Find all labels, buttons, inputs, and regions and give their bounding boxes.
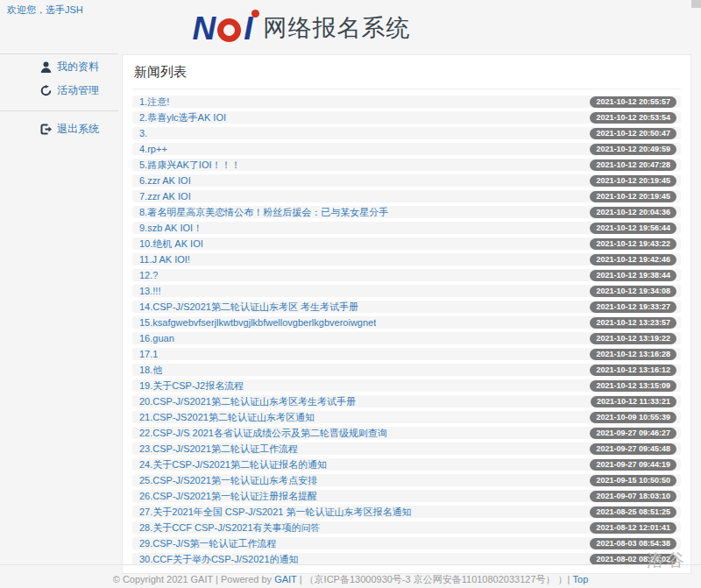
logo-letter-n: N (192, 12, 215, 45)
sidebar: 我的资料 活动管理 退出系统 (0, 53, 118, 140)
news-link[interactable]: 2.恭喜ylc选手AK IOI (139, 111, 226, 124)
sidebar-item-profile[interactable]: 我的资料 (0, 54, 118, 78)
news-list-item: 1.注意! 2021-10-12 20:55:57 (132, 96, 681, 108)
news-timestamp-badge: 2021-09-27 09:45:48 (590, 443, 676, 455)
news-link[interactable]: 24.关于CSP-J/S2021第二轮认证报名的通知 (139, 458, 327, 471)
news-list-item: 21.CSP-JS2021第二轮认证山东考区通知 2021-10-09 10:5… (132, 411, 681, 423)
footer-copyright-text: © Copyright 2021 GAIT | Powered by (113, 574, 274, 584)
news-list-item: 5.路康兴AK了IOI！！！ 2021-10-12 20:47:28 (132, 159, 681, 171)
news-list-item: 28.关于CCF CSP-J/S2021有关事项的问答 2021-08-12 1… (132, 521, 681, 534)
news-link[interactable]: 4.rp++ (139, 144, 167, 154)
news-link[interactable]: 13.!!! (139, 286, 160, 296)
news-link[interactable]: 10.绝机 AK IOI (139, 237, 203, 251)
news-link[interactable]: 5.路康兴AK了IOI！！！ (139, 159, 241, 172)
news-list-item: 3. 2021-10-12 20:50:47 (132, 127, 681, 139)
news-timestamp-badge: 2021-08-25 08:51:25 (590, 507, 676, 518)
news-timestamp-badge: 2021-10-12 19:33:27 (590, 301, 676, 313)
news-timestamp-badge: 2021-10-12 20:50:47 (590, 128, 676, 139)
news-list-item: 23.CSP-J/S2021第二轮认证工作流程 2021-09-27 09:45… (132, 443, 681, 455)
news-list-item: 11.J AK IOI! 2021-10-12 19:42:46 (132, 253, 681, 266)
news-link[interactable]: 25.CSP-J/S2021第一轮认证山东考点安排 (139, 474, 317, 487)
news-link[interactable]: 18.他 (139, 364, 162, 377)
sidebar-item-activities[interactable]: 活动管理 (0, 78, 118, 102)
news-list-item: 6.zzr AK IOI 2021-10-12 20:19:45 (132, 174, 681, 187)
news-link[interactable]: 3. (139, 128, 147, 138)
news-timestamp-badge: 2021-10-12 13:16:28 (590, 349, 676, 360)
news-list-item: 19.关于CSP-J2报名流程 2021-10-12 13:15:09 (132, 379, 681, 392)
activity-icon (40, 85, 52, 96)
news-timestamp-badge: 2021-10-09 10:55:39 (590, 412, 676, 423)
news-list-item: 27.关于2021年全国 CSP-J/S2021 第一轮认证山东考区报名通知 2… (132, 506, 681, 518)
user-icon (40, 61, 52, 73)
news-list-item: 24.关于CSP-J/S2021第二轮认证报名的通知 2021-09-27 09… (132, 458, 681, 471)
news-link[interactable]: 19.关于CSP-J2报名流程 (139, 379, 244, 393)
sidebar-item-label: 我的资料 (57, 60, 99, 74)
news-link[interactable]: 16.guan (139, 333, 174, 344)
news-link[interactable]: 1.注意! (139, 96, 169, 109)
news-timestamp-badge: 2021-09-27 09:44:19 (590, 459, 676, 471)
news-list-item: 20.CSP-J/S2021第二轮认证山东考区考生考试手册 2021-10-12… (132, 395, 681, 407)
news-link[interactable]: 11.J AK IOI! (139, 254, 190, 265)
news-link[interactable]: 9.szb AK IOI！ (139, 222, 202, 235)
news-timestamp-badge: 2021-10-12 20:49:59 (590, 144, 676, 155)
watermark-text: 洛谷 (647, 549, 687, 572)
news-timestamp-badge: 2021-10-12 13:15:09 (590, 380, 676, 392)
news-link[interactable]: 8.著名明星高京美恋情公布！粉丝后援会：已与某女星分手 (139, 206, 388, 219)
news-timestamp-badge: 2021-10-12 20:47:28 (590, 159, 676, 171)
news-list-item: 17.1 2021-10-12 13:16:28 (132, 348, 681, 360)
news-link[interactable]: 12.? (139, 270, 158, 280)
news-link[interactable]: 26.CSP-J/S2021第一轮认证注册报名提醒 (139, 490, 317, 503)
news-link[interactable]: 29.CSP-J/S第一轮认证工作流程 (139, 537, 276, 550)
site-title: 网络报名系统 (264, 12, 411, 44)
news-timestamp-badge: 2021-10-12 20:53:54 (590, 112, 676, 124)
news-panel: 新闻列表 1.注意! 2021-10-12 20:55:57 2.恭喜ylc选手… (122, 54, 691, 574)
footer-gait-link[interactable]: GAIT (274, 574, 296, 584)
logout-icon (40, 124, 52, 135)
news-link[interactable]: 28.关于CCF CSP-J/S2021有关事项的问答 (139, 521, 321, 535)
news-list-item: 13.!!! 2021-10-12 19:34:08 (132, 285, 681, 297)
footer-top-link[interactable]: Top (573, 574, 589, 584)
news-list-item: 8.著名明星高京美恋情公布！粉丝后援会：已与某女星分手 2021-10-12 2… (132, 206, 681, 218)
sidebar-item-label: 退出系统 (57, 122, 99, 137)
news-list-item: 4.rp++ 2021-10-12 20:49:59 (132, 143, 681, 155)
news-list-item: 26.CSP-J/S2021第一轮认证注册报名提醒 2021-09-07 18:… (132, 490, 681, 502)
news-timestamp-badge: 2021-10-12 11:33:21 (591, 396, 676, 407)
news-timestamp-badge: 2021-10-12 19:38:44 (590, 270, 676, 281)
news-link[interactable]: 14.CSP-J/S2021第二轮认证山东考区 考生考试手册 (139, 301, 358, 314)
news-timestamp-badge: 2021-09-15 10:50:50 (590, 475, 676, 486)
footer-icp-text: | （京ICP备13000930号-3 京公网安备11010802033127号… (297, 574, 573, 584)
news-list-item: 2.恭喜ylc选手AK IOI 2021-10-12 20:53:54 (132, 111, 681, 124)
news-link[interactable]: 15.ksafgwebvfserjlkwtbvgjlkbfwellovgberl… (139, 317, 376, 328)
news-link[interactable]: 6.zzr AK IOI (139, 175, 191, 186)
news-timestamp-badge: 2021-10-12 19:42:46 (590, 254, 676, 266)
news-timestamp-badge: 2021-10-12 13:16:12 (590, 365, 676, 376)
logo-ring-o (217, 18, 241, 42)
news-timestamp-badge: 2021-10-12 13:19:22 (590, 333, 676, 344)
news-timestamp-badge: 2021-10-12 20:04:36 (590, 207, 676, 218)
news-list-item: 30.CCF关于举办CSP-J/S2021的通知 2021-08-02 08:2… (132, 553, 681, 565)
header: N I 网络报名系统 (0, 5, 701, 51)
news-timestamp-badge: 2021-10-12 20:19:45 (590, 175, 676, 187)
news-timestamp-badge: 2021-09-27 09:46:27 (590, 428, 676, 439)
news-list-item: 9.szb AK IOI！ 2021-10-12 19:56:44 (132, 222, 681, 234)
news-link[interactable]: 27.关于2021年全国 CSP-J/S2021 第一轮认证山东考区报名通知 (139, 506, 412, 519)
news-list-item: 12.? 2021-10-12 19:38:44 (132, 269, 681, 281)
news-link[interactable]: 22.CSP-J/S 2021各省认证成绩公示及第二轮晋级规则查询 (139, 427, 387, 440)
logo-letter-i: I (242, 12, 254, 45)
news-list-item: 10.绝机 AK IOI 2021-10-12 19:43:22 (132, 237, 681, 250)
news-timestamp-badge: 2021-10-12 13:23:57 (590, 317, 676, 329)
news-list-item: 15.ksafgwebvfserjlkwtbvgjlkbfwellovgberl… (132, 316, 681, 329)
news-link[interactable]: 7.zzr AK IOI (139, 191, 191, 202)
news-link[interactable]: 23.CSP-J/S2021第二轮认证工作流程 (139, 443, 298, 456)
news-timestamp-badge: 2021-09-07 18:03:10 (590, 491, 676, 502)
news-list-item: 16.guan 2021-10-12 13:19:22 (132, 332, 681, 344)
noi-logo-icon: N I (192, 12, 254, 45)
news-timestamp-badge: 2021-08-03 08:54:38 (590, 538, 676, 549)
news-link[interactable]: 20.CSP-J/S2021第二轮认证山东考区考生考试手册 (139, 395, 356, 408)
sidebar-item-logout[interactable]: 退出系统 (0, 117, 118, 140)
news-link[interactable]: 21.CSP-JS2021第二轮认证山东考区通知 (139, 411, 315, 424)
news-list-item: 22.CSP-J/S 2021各省认证成绩公示及第二轮晋级规则查询 2021-0… (132, 427, 681, 439)
news-list-item: 14.CSP-J/S2021第二轮认证山东考区 考生考试手册 2021-10-1… (132, 301, 681, 313)
news-link[interactable]: 17.1 (139, 349, 158, 359)
news-list-item: 7.zzr AK IOI 2021-10-12 20:19:45 (132, 190, 681, 202)
